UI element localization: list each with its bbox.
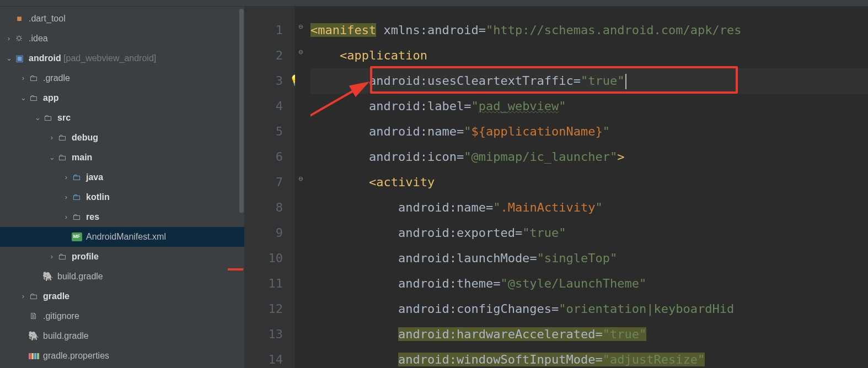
folder-closed-icon: 🗀: [71, 210, 83, 224]
tree-item[interactable]: ⌄🗀main: [0, 148, 244, 167]
code-line[interactable]: android:theme="@style/LaunchTheme": [310, 271, 868, 296]
tree-item-label: app: [43, 91, 58, 105]
tree-item-label: android [pad_webview_android]: [29, 52, 156, 66]
gradle-ico-icon: 🐘: [42, 270, 54, 284]
tree-item-label: res: [86, 210, 99, 224]
code-line[interactable]: android:icon="@mipmap/ic_launcher">: [310, 144, 868, 170]
folder-blue-icon: 🗀: [71, 191, 83, 204]
code-line[interactable]: android:configChanges="orientation|keybo…: [310, 296, 868, 322]
tree-item-label: java: [86, 171, 103, 185]
fold-icon[interactable]: ⊖: [298, 174, 303, 183]
tree-item[interactable]: ›⛭.idea: [0, 29, 244, 48]
tree-item[interactable]: ⌄🗀src: [0, 108, 244, 128]
code-line[interactable]: android:hardwareAccelerated="true": [310, 322, 868, 347]
folder-closed-icon: 🗀: [28, 91, 40, 105]
tree-item-label: kotlin: [86, 191, 110, 204]
folder-closed-icon: 🗀: [56, 151, 68, 165]
code-line[interactable]: android:name=".MainActivity": [310, 195, 868, 220]
code-line[interactable]: android:usesCleartextTraffic="true": [310, 68, 868, 94]
code-line[interactable]: <manifest xmlns:android="http://schemas.…: [310, 18, 868, 43]
code-line[interactable]: <activity: [310, 170, 868, 195]
tree-item[interactable]: ⌄▣android [pad_webview_android]: [0, 48, 244, 68]
folder-closed-icon: 🗀: [56, 131, 68, 145]
line-number: 3: [244, 68, 295, 94]
gp-icon: [28, 353, 40, 359]
project-tree[interactable]: ■.dart_tool›⛭.idea⌄▣android [pad_webview…: [0, 7, 244, 368]
code-line[interactable]: <application: [310, 43, 868, 68]
code-line[interactable]: android:launchMode="singleTop": [310, 246, 868, 271]
chevron-icon[interactable]: ›: [19, 291, 28, 302]
tree-item[interactable]: gradle.properties: [0, 346, 244, 366]
line-number: 4: [244, 94, 295, 119]
code-area[interactable]: <manifest xmlns:android="http://schemas.…: [310, 7, 868, 368]
folder-blue-icon: 🗀: [71, 171, 83, 185]
tree-item-label: .idea: [29, 32, 48, 46]
tree-item-label: AndroidManifest.xml: [86, 230, 166, 244]
tree-item[interactable]: 🗎.gitignore: [0, 306, 244, 326]
folder-closed-icon: 🗀: [28, 72, 40, 85]
code-line[interactable]: android:windowSoftInputMode="adjustResiz…: [310, 347, 868, 368]
line-number: 11: [244, 271, 295, 296]
tree-item-label: .dart_tool: [29, 12, 66, 26]
chevron-icon[interactable]: ⌄: [33, 112, 42, 123]
code-editor[interactable]: 💡 1234567891011121314 ⊖ ⊖ ⊖ <manifest xm…: [244, 7, 868, 368]
tree-item-label: gradle: [43, 290, 69, 304]
code-line[interactable]: android:name="${applicationName}": [310, 119, 868, 144]
tree-item-label: .gitignore: [43, 310, 79, 323]
tree-item-label: debug: [72, 131, 98, 145]
code-line[interactable]: android:exported="true": [310, 220, 868, 246]
line-number: 14: [244, 347, 295, 368]
tree-item-label: src: [57, 111, 71, 125]
tree-item[interactable]: 🐘build.gradle: [0, 326, 244, 346]
chevron-icon[interactable]: ⌄: [19, 93, 28, 104]
tree-item[interactable]: ›🗀kotlin: [0, 187, 244, 207]
top-bar: [0, 0, 868, 7]
fold-column[interactable]: ⊖ ⊖ ⊖: [295, 7, 310, 368]
chevron-icon[interactable]: ›: [62, 172, 71, 183]
tree-item[interactable]: MFAndroidManifest.xml: [0, 227, 244, 247]
tree-item[interactable]: ›🗀profile: [0, 247, 244, 267]
tree-item[interactable]: ›🗀java: [0, 167, 244, 187]
chevron-icon[interactable]: ⌄: [47, 152, 56, 163]
caret: [625, 74, 626, 89]
file-ico-icon: 🗎: [28, 310, 40, 323]
tree-item-label: build.gradle: [43, 329, 89, 343]
tree-item[interactable]: ›🗀.gradle: [0, 68, 244, 88]
folder-closed-icon: ⛭: [13, 32, 25, 46]
code-line[interactable]: android:label="pad_webview": [310, 94, 868, 119]
line-number: 12: [244, 296, 295, 322]
fold-icon[interactable]: ⊖: [298, 47, 303, 56]
gutter: 💡 1234567891011121314: [244, 7, 295, 368]
line-number: 10: [244, 246, 295, 271]
chevron-icon[interactable]: ›: [19, 73, 28, 84]
tree-item-label: build.gradle: [57, 270, 103, 284]
tree-item[interactable]: 🐘build.gradle: [0, 267, 244, 286]
tree-item[interactable]: ■.dart_tool: [0, 9, 244, 29]
tree-item[interactable]: 🗎gradlew: [0, 366, 244, 368]
chevron-icon[interactable]: ⌄: [4, 53, 13, 64]
line-number: 2: [244, 43, 295, 68]
folder-closed-icon: 🗀: [28, 290, 40, 304]
line-number: 13: [244, 322, 295, 347]
main-area: ■.dart_tool›⛭.idea⌄▣android [pad_webview…: [0, 7, 868, 368]
fold-icon[interactable]: ⊖: [298, 22, 303, 31]
chevron-icon[interactable]: ›: [62, 212, 71, 223]
folder-blue-icon: ▣: [13, 52, 25, 66]
line-number: 5: [244, 119, 295, 144]
folder-orng-icon: ■: [13, 12, 25, 26]
chevron-icon[interactable]: ›: [4, 33, 13, 44]
line-number: 7: [244, 170, 295, 195]
tree-item[interactable]: ›🗀gradle: [0, 286, 244, 306]
error-marker: [228, 268, 243, 270]
line-number: 9: [244, 220, 295, 246]
chevron-icon[interactable]: ›: [62, 192, 71, 203]
chevron-icon[interactable]: ›: [47, 132, 56, 143]
gradle-ico-icon: 🐘: [28, 329, 40, 343]
folder-closed-icon: 🗀: [56, 250, 68, 264]
tree-item[interactable]: ›🗀debug: [0, 128, 244, 148]
mf-icon: MF: [71, 232, 83, 241]
chevron-icon[interactable]: ›: [47, 251, 56, 262]
tree-item-label: .gradle: [43, 72, 70, 85]
tree-item[interactable]: ›🗀res: [0, 207, 244, 227]
tree-item[interactable]: ⌄🗀app: [0, 88, 244, 108]
